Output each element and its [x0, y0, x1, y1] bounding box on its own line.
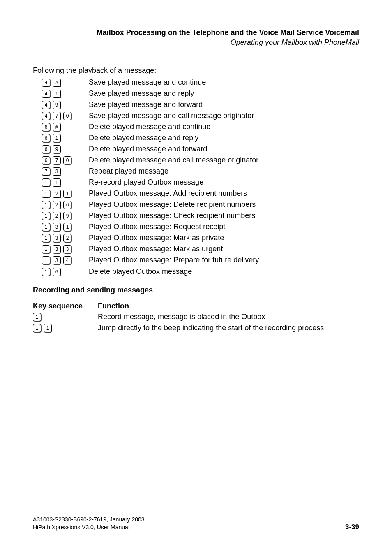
- keycap-icon: 2: [63, 234, 71, 242]
- command-row: 670Delete played message and call messag…: [33, 155, 359, 165]
- keycap-icon: 3: [53, 223, 61, 231]
- key-sequence: 16: [33, 268, 89, 276]
- keycap-icon: 1: [53, 178, 61, 187]
- command-function: Delete played message and continue: [89, 123, 359, 131]
- command-function: Save played message and call message ori…: [89, 111, 359, 120]
- keycap-icon: 0: [63, 112, 71, 120]
- keycap-icon: 6: [42, 123, 50, 131]
- key-sequence: 41: [33, 90, 89, 98]
- command-function: Record message, message is placed in the…: [98, 313, 359, 321]
- key-sequence: 134: [33, 256, 89, 264]
- page-footer: A31003-S2330-B690-2-7619, January 2003 H…: [33, 516, 359, 531]
- command-function: Repeat played message: [89, 167, 359, 176]
- command-row: 69Delete played message and forward: [33, 144, 359, 154]
- table-header-key: Key sequence: [33, 302, 98, 310]
- keycap-icon: 9: [53, 101, 61, 109]
- keycap-icon: 1: [42, 234, 50, 242]
- command-row: 4#Save played message and continue: [33, 78, 359, 88]
- keycap-icon: 1: [42, 256, 50, 264]
- keycap-icon: #: [53, 123, 61, 131]
- command-row: 11Jump directly to the beep indicating t…: [33, 323, 359, 333]
- command-row: 131Played Outbox message: Request receip…: [33, 222, 359, 232]
- command-row: 6#Delete played message and continue: [33, 122, 359, 132]
- command-function: Delete played message and call message o…: [89, 156, 359, 164]
- key-sequence: 4#: [33, 79, 89, 87]
- command-row: 16Delete played Outbox message: [33, 267, 359, 277]
- keycap-icon: 1: [42, 212, 50, 220]
- command-row: 41Save played message and reply: [33, 89, 359, 99]
- keycap-icon: 6: [63, 201, 71, 209]
- footer-page-number: 3-39: [345, 523, 359, 531]
- keycap-icon: 1: [42, 190, 50, 198]
- keycap-icon: 6: [42, 156, 50, 164]
- footer-line1: A31003-S2330-B690-2-7619, January 2003: [33, 516, 145, 524]
- keycap-icon: 1: [44, 324, 52, 332]
- key-sequence: 131: [33, 223, 89, 231]
- key-sequence: 49: [33, 101, 89, 109]
- key-sequence: 11: [33, 178, 89, 187]
- key-sequence: 69: [33, 145, 89, 153]
- key-sequence: 61: [33, 134, 89, 142]
- keycap-icon: 1: [42, 223, 50, 231]
- keycap-icon: 2: [53, 201, 61, 209]
- keycap-icon: 4: [42, 101, 50, 109]
- command-row: 132Played Outbox message: Mark as privat…: [33, 233, 359, 243]
- footer-line2: HiPath Xpressions V3.0, User Manual: [33, 524, 145, 531]
- key-sequence: 73: [33, 167, 89, 176]
- keycap-icon: 1: [63, 190, 71, 198]
- command-function: Save played message and continue: [89, 78, 359, 87]
- key-sequence: 129: [33, 212, 89, 220]
- command-function: Delete played message and forward: [89, 145, 359, 153]
- keycap-icon: 7: [53, 112, 61, 120]
- command-function: Played Outbox message: Mark as private: [89, 234, 359, 242]
- command-function: Re-record played Outbox message: [89, 178, 359, 187]
- key-sequence: 126: [33, 201, 89, 209]
- command-function: Played Outbox message: Request receipt: [89, 222, 359, 231]
- keycap-icon: 9: [53, 145, 61, 153]
- keycap-icon: 3: [53, 234, 61, 242]
- footer-left: A31003-S2330-B690-2-7619, January 2003 H…: [33, 516, 145, 531]
- command-function: Jump directly to the beep indicating the…: [98, 324, 359, 332]
- keycap-icon: #: [53, 79, 61, 87]
- key-sequence: 670: [33, 156, 89, 164]
- key-sequence: 132: [33, 234, 89, 242]
- command-function: Played Outbox message: Prepare for futur…: [89, 256, 359, 264]
- keycap-icon: 7: [42, 167, 50, 176]
- command-row: 73Repeat played message: [33, 167, 359, 176]
- keycap-icon: 6: [53, 268, 61, 276]
- keycap-icon: 3: [53, 256, 61, 264]
- keycap-icon: 1: [42, 245, 50, 253]
- commands-list: 4#Save played message and continue41Save…: [33, 78, 359, 277]
- keycap-icon: 3: [63, 245, 71, 253]
- command-function: Played Outbox message: Mark as urgent: [89, 245, 359, 253]
- keycap-icon: 4: [63, 256, 71, 264]
- command-row: 49Save played message and forward: [33, 100, 359, 110]
- keycap-icon: 1: [63, 223, 71, 231]
- key-sequence: 11: [33, 324, 98, 332]
- keycap-icon: 3: [53, 245, 61, 253]
- table-header: Key sequence Function: [33, 302, 359, 310]
- keycap-icon: 1: [42, 201, 50, 209]
- command-function: Delete played message and reply: [89, 134, 359, 142]
- key-sequence: 133: [33, 245, 89, 253]
- intro-text: Following the playback of a message:: [33, 65, 359, 75]
- keycap-icon: 9: [63, 212, 71, 220]
- keycap-icon: 4: [42, 79, 50, 87]
- command-row: 470Save played message and call message …: [33, 111, 359, 121]
- keycap-icon: 1: [42, 178, 50, 187]
- command-row: 61Delete played message and reply: [33, 133, 359, 143]
- command-row: 1Record message, message is placed in th…: [33, 312, 359, 322]
- header-subtitle: Operating your Mailbox with PhoneMail: [33, 37, 359, 48]
- command-function: Save played message and reply: [89, 89, 359, 98]
- keycap-icon: 0: [63, 156, 71, 164]
- command-function: Save played message and forward: [89, 100, 359, 109]
- page-header: Mailbox Processing on the Telephone and …: [33, 28, 359, 48]
- keycap-icon: 2: [53, 190, 61, 198]
- keycap-icon: 7: [53, 156, 61, 164]
- section-heading: Recording and sending messages: [33, 286, 359, 294]
- command-function: Played Outbox message: Check recipient n…: [89, 211, 359, 220]
- key-sequence: 6#: [33, 123, 89, 131]
- keycap-icon: 1: [53, 90, 61, 98]
- keycap-icon: 6: [42, 134, 50, 142]
- keycap-icon: 2: [53, 212, 61, 220]
